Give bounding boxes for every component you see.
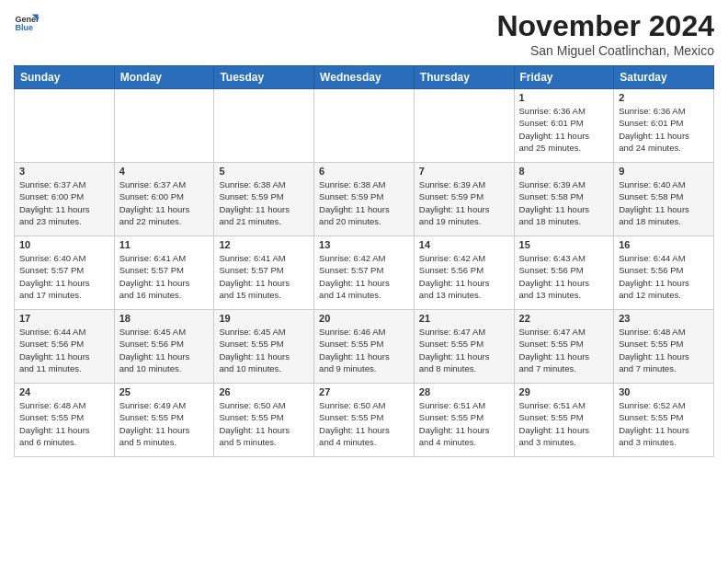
page-header: General Blue November 2024 San Miguel Co… — [14, 9, 714, 58]
day-info: Sunrise: 6:50 AM Sunset: 5:55 PM Dayligh… — [219, 399, 309, 448]
calendar-cell: 11Sunrise: 6:41 AM Sunset: 5:57 PM Dayli… — [114, 236, 214, 310]
calendar-cell: 8Sunrise: 6:39 AM Sunset: 5:58 PM Daylig… — [514, 163, 614, 236]
day-info: Sunrise: 6:45 AM Sunset: 5:56 PM Dayligh… — [119, 326, 210, 374]
calendar-cell: 30Sunrise: 6:52 AM Sunset: 5:55 PM Dayli… — [614, 384, 714, 457]
day-number: 24 — [19, 386, 109, 397]
day-info: Sunrise: 6:39 AM Sunset: 5:59 PM Dayligh… — [419, 178, 509, 227]
day-number: 29 — [519, 386, 609, 397]
day-info: Sunrise: 6:43 AM Sunset: 5:56 PM Dayligh… — [519, 252, 609, 301]
day-number: 18 — [119, 313, 210, 324]
day-number: 8 — [519, 166, 609, 177]
weekday-header-sunday: Sunday — [15, 66, 115, 89]
day-info: Sunrise: 6:37 AM Sunset: 6:00 PM Dayligh… — [119, 178, 210, 227]
day-info: Sunrise: 6:36 AM Sunset: 6:01 PM Dayligh… — [519, 105, 609, 154]
day-info: Sunrise: 6:38 AM Sunset: 5:59 PM Dayligh… — [319, 178, 409, 227]
day-info: Sunrise: 6:41 AM Sunset: 5:57 PM Dayligh… — [219, 252, 309, 301]
day-info: Sunrise: 6:40 AM Sunset: 5:58 PM Dayligh… — [619, 178, 709, 227]
day-number: 14 — [419, 239, 509, 250]
day-number: 9 — [619, 166, 709, 177]
day-number: 23 — [619, 313, 709, 324]
weekday-header-saturday: Saturday — [614, 66, 714, 89]
day-info: Sunrise: 6:36 AM Sunset: 6:01 PM Dayligh… — [619, 105, 709, 154]
title-area: November 2024 San Miguel Coatlinchan, Me… — [496, 9, 714, 58]
calendar-cell: 15Sunrise: 6:43 AM Sunset: 5:56 PM Dayli… — [514, 236, 614, 310]
day-number: 1 — [519, 92, 609, 103]
day-info: Sunrise: 6:46 AM Sunset: 5:55 PM Dayligh… — [319, 326, 409, 374]
calendar-cell: 19Sunrise: 6:45 AM Sunset: 5:55 PM Dayli… — [214, 310, 314, 384]
calendar-table: SundayMondayTuesdayWednesdayThursdayFrid… — [14, 65, 714, 457]
calendar-cell: 10Sunrise: 6:40 AM Sunset: 5:57 PM Dayli… — [15, 236, 115, 310]
day-number: 16 — [619, 239, 709, 250]
day-info: Sunrise: 6:42 AM Sunset: 5:56 PM Dayligh… — [419, 252, 509, 301]
calendar-cell: 26Sunrise: 6:50 AM Sunset: 5:55 PM Dayli… — [214, 384, 314, 457]
day-info: Sunrise: 6:40 AM Sunset: 5:57 PM Dayligh… — [19, 252, 109, 301]
calendar-cell: 28Sunrise: 6:51 AM Sunset: 5:55 PM Dayli… — [414, 384, 514, 457]
day-info: Sunrise: 6:38 AM Sunset: 5:59 PM Dayligh… — [219, 178, 309, 227]
day-number: 20 — [319, 313, 409, 324]
day-number: 17 — [19, 313, 109, 324]
calendar-cell: 23Sunrise: 6:48 AM Sunset: 5:55 PM Dayli… — [614, 310, 714, 384]
calendar-cell: 2Sunrise: 6:36 AM Sunset: 6:01 PM Daylig… — [614, 89, 714, 163]
calendar-cell: 29Sunrise: 6:51 AM Sunset: 5:55 PM Dayli… — [514, 384, 614, 457]
calendar-cell: 1Sunrise: 6:36 AM Sunset: 6:01 PM Daylig… — [514, 89, 614, 163]
day-number: 13 — [319, 239, 409, 250]
day-info: Sunrise: 6:42 AM Sunset: 5:57 PM Dayligh… — [319, 252, 409, 301]
day-info: Sunrise: 6:39 AM Sunset: 5:58 PM Dayligh… — [519, 178, 609, 227]
day-number: 2 — [619, 92, 709, 103]
calendar-cell: 13Sunrise: 6:42 AM Sunset: 5:57 PM Dayli… — [314, 236, 415, 310]
day-number: 25 — [119, 386, 210, 397]
calendar-cell: 9Sunrise: 6:40 AM Sunset: 5:58 PM Daylig… — [614, 163, 714, 236]
day-info: Sunrise: 6:48 AM Sunset: 5:55 PM Dayligh… — [19, 399, 109, 448]
day-number: 11 — [119, 239, 210, 250]
calendar-cell: 22Sunrise: 6:47 AM Sunset: 5:55 PM Dayli… — [514, 310, 614, 384]
calendar-cell — [214, 89, 314, 163]
day-info: Sunrise: 6:47 AM Sunset: 5:55 PM Dayligh… — [519, 326, 609, 374]
calendar-cell: 12Sunrise: 6:41 AM Sunset: 5:57 PM Dayli… — [214, 236, 314, 310]
day-number: 22 — [519, 313, 609, 324]
calendar-week-row: 1Sunrise: 6:36 AM Sunset: 6:01 PM Daylig… — [15, 89, 714, 163]
day-number: 19 — [219, 313, 309, 324]
logo-icon: General Blue — [14, 9, 40, 35]
calendar-week-row: 24Sunrise: 6:48 AM Sunset: 5:55 PM Dayli… — [15, 384, 714, 457]
day-number: 30 — [619, 386, 709, 397]
logo: General Blue — [14, 9, 40, 35]
day-info: Sunrise: 6:51 AM Sunset: 5:55 PM Dayligh… — [519, 399, 609, 448]
weekday-header-wednesday: Wednesday — [314, 66, 415, 89]
calendar-cell: 5Sunrise: 6:38 AM Sunset: 5:59 PM Daylig… — [214, 163, 314, 236]
calendar-cell: 27Sunrise: 6:50 AM Sunset: 5:55 PM Dayli… — [314, 384, 415, 457]
calendar-cell: 7Sunrise: 6:39 AM Sunset: 5:59 PM Daylig… — [414, 163, 514, 236]
calendar-cell: 16Sunrise: 6:44 AM Sunset: 5:56 PM Dayli… — [614, 236, 714, 310]
calendar-week-row: 17Sunrise: 6:44 AM Sunset: 5:56 PM Dayli… — [15, 310, 714, 384]
calendar-cell: 4Sunrise: 6:37 AM Sunset: 6:00 PM Daylig… — [114, 163, 214, 236]
day-number: 12 — [219, 239, 309, 250]
day-info: Sunrise: 6:49 AM Sunset: 5:55 PM Dayligh… — [119, 399, 210, 448]
weekday-header-friday: Friday — [514, 66, 614, 89]
day-info: Sunrise: 6:52 AM Sunset: 5:55 PM Dayligh… — [619, 399, 709, 448]
weekday-header-tuesday: Tuesday — [214, 66, 314, 89]
day-info: Sunrise: 6:47 AM Sunset: 5:55 PM Dayligh… — [419, 326, 509, 374]
month-title: November 2024 — [496, 9, 714, 43]
calendar-cell: 18Sunrise: 6:45 AM Sunset: 5:56 PM Dayli… — [114, 310, 214, 384]
day-info: Sunrise: 6:51 AM Sunset: 5:55 PM Dayligh… — [419, 399, 509, 448]
calendar-cell: 24Sunrise: 6:48 AM Sunset: 5:55 PM Dayli… — [15, 384, 115, 457]
day-number: 5 — [219, 166, 309, 177]
calendar-cell — [114, 89, 214, 163]
calendar-cell: 3Sunrise: 6:37 AM Sunset: 6:00 PM Daylig… — [15, 163, 115, 236]
day-number: 15 — [519, 239, 609, 250]
day-info: Sunrise: 6:37 AM Sunset: 6:00 PM Dayligh… — [19, 178, 109, 227]
day-number: 10 — [19, 239, 109, 250]
calendar-cell — [314, 89, 415, 163]
day-number: 3 — [19, 166, 109, 177]
day-info: Sunrise: 6:44 AM Sunset: 5:56 PM Dayligh… — [19, 326, 109, 374]
day-number: 4 — [119, 166, 210, 177]
day-number: 21 — [419, 313, 509, 324]
day-info: Sunrise: 6:44 AM Sunset: 5:56 PM Dayligh… — [619, 252, 709, 301]
day-number: 27 — [319, 386, 409, 397]
calendar-cell: 17Sunrise: 6:44 AM Sunset: 5:56 PM Dayli… — [15, 310, 115, 384]
weekday-header-thursday: Thursday — [414, 66, 514, 89]
day-number: 26 — [219, 386, 309, 397]
svg-text:Blue: Blue — [15, 23, 33, 32]
weekday-header-monday: Monday — [114, 66, 214, 89]
calendar-week-row: 3Sunrise: 6:37 AM Sunset: 6:00 PM Daylig… — [15, 163, 714, 236]
day-info: Sunrise: 6:45 AM Sunset: 5:55 PM Dayligh… — [219, 326, 309, 374]
